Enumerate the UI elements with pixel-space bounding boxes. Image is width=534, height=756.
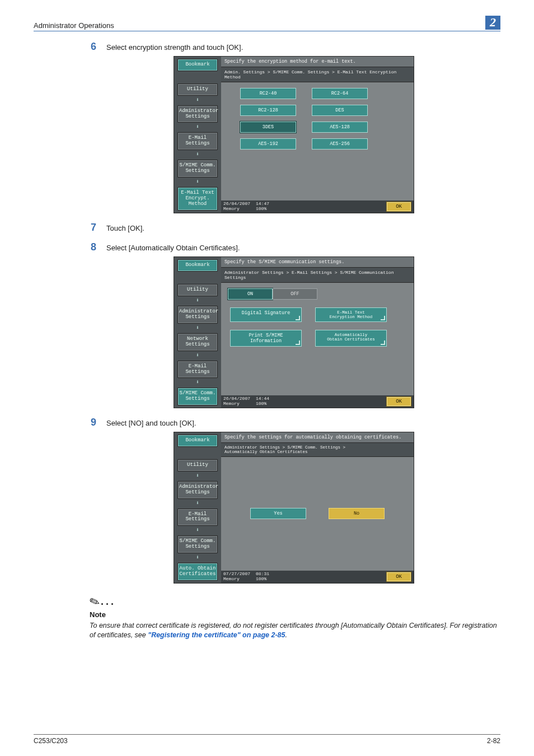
- step-number: 8: [87, 242, 96, 253]
- screenshot-auto-obtain: Bookmark Utility ⬇ Administrator Setting…: [174, 432, 414, 584]
- des-button[interactable]: DES: [312, 105, 368, 116]
- prompt-text: Specify the encryption method for e-mail…: [221, 57, 414, 67]
- step-text: Select encryption strength and touch [OK…: [106, 41, 243, 52]
- side-nav: Bookmark Utility ⬇ Administrator Setting…: [174, 57, 221, 213]
- screenshot-encryption-method: Bookmark Utility ⬇ Administrator Setting…: [174, 56, 414, 213]
- utility-button[interactable]: Utility: [177, 83, 218, 96]
- 3des-button[interactable]: 3DES: [240, 122, 296, 133]
- down-arrow-icon: ⬇: [177, 298, 218, 304]
- admin-settings-button[interactable]: Administrator Settings: [177, 481, 218, 499]
- down-arrow-icon: ⬇: [177, 125, 218, 130]
- yes-button[interactable]: Yes: [250, 508, 306, 519]
- footer-page: 2-82: [487, 737, 500, 745]
- email-settings-button[interactable]: E-Mail Settings: [177, 508, 218, 526]
- rc2-64-button[interactable]: RC2-64: [312, 88, 368, 99]
- current-screen-button[interactable]: E-Mail Text Encrypt. Method: [177, 187, 218, 211]
- bookmark-button[interactable]: Bookmark: [177, 259, 218, 272]
- status-memory-label: Memory: [223, 577, 250, 582]
- breadcrumb: Admin. Settings > S/MIME Comm. Settings …: [221, 67, 414, 82]
- status-memory-value: 100%: [256, 402, 269, 407]
- status-memory-label: Memory: [223, 402, 250, 407]
- network-settings-button[interactable]: Network Settings: [177, 333, 218, 351]
- utility-button[interactable]: Utility: [177, 284, 218, 296]
- step-text: Touch [OK].: [106, 222, 144, 232]
- bookmark-button[interactable]: Bookmark: [177, 59, 218, 71]
- on-toggle[interactable]: ON: [228, 288, 273, 300]
- prompt-text: Specify the S/MIME communication setting…: [221, 257, 414, 267]
- status-memory-value: 100%: [256, 207, 269, 212]
- ok-button[interactable]: OK: [386, 202, 411, 212]
- step-number: 6: [87, 41, 96, 53]
- smime-settings-button[interactable]: S/MIME Comm. Settings: [177, 160, 218, 178]
- aes-128-button[interactable]: AES-128: [312, 122, 368, 133]
- breadcrumb: Administrator Settings > S/MIME Comm. Se…: [221, 442, 414, 457]
- note-link[interactable]: "Registering the certificate" on page 2-…: [148, 631, 285, 639]
- header-title: Administrator Operations: [34, 21, 114, 30]
- status-memory-value: 100%: [256, 577, 269, 582]
- down-arrow-icon: ⬇: [177, 501, 218, 506]
- bookmark-button[interactable]: Bookmark: [177, 435, 218, 447]
- step-text: Select [NO] and touch [OK].: [106, 417, 196, 427]
- status-memory-label: Memory: [223, 207, 250, 212]
- footer-model: C253/C203: [34, 737, 68, 745]
- step-number: 9: [87, 417, 96, 428]
- print-smime-button[interactable]: Print S/MIME Information: [230, 330, 302, 347]
- ok-button[interactable]: OK: [386, 396, 411, 407]
- off-toggle[interactable]: OFF: [273, 288, 317, 300]
- breadcrumb: Administrator Settings > E-Mail Settings…: [221, 267, 414, 283]
- current-screen-button[interactable]: Auto. Obtain Certificates: [177, 563, 218, 581]
- note-dots: ...: [101, 596, 116, 607]
- step-6: 6 Select encryption strength and touch […: [87, 41, 500, 53]
- step-number: 7: [87, 222, 96, 234]
- side-nav: Bookmark Utility ⬇ Administrator Setting…: [174, 432, 221, 583]
- prompt-text: Specify the settings for automatically o…: [221, 432, 414, 442]
- email-settings-button[interactable]: E-Mail Settings: [177, 361, 218, 379]
- admin-settings-button[interactable]: Administrator Settings: [177, 105, 218, 123]
- encryption-method-button[interactable]: E-Mail Text Encryption Method: [315, 307, 387, 322]
- step-text: Select [Automatically Obtain Certificate…: [106, 242, 240, 252]
- page-footer: C253/C203 2-82: [34, 734, 500, 745]
- email-settings-button[interactable]: E-Mail Settings: [177, 132, 218, 150]
- down-arrow-icon: ⬇: [177, 180, 218, 185]
- ok-button[interactable]: OK: [386, 572, 411, 582]
- down-arrow-icon: ⬇: [177, 152, 218, 157]
- down-arrow-icon: ⬇: [177, 380, 218, 385]
- step-8: 8 Select [Automatically Obtain Certifica…: [87, 242, 500, 253]
- note-body-b: .: [285, 631, 287, 639]
- aes-256-button[interactable]: AES-256: [312, 138, 368, 150]
- status-bar: 07/27/2007 Memory 08:31 100% OK: [221, 571, 414, 583]
- side-nav: Bookmark Utility ⬇ Administrator Setting…: [174, 257, 221, 408]
- down-arrow-icon: ⬇: [177, 474, 218, 479]
- current-screen-button[interactable]: S/MIME Comm. Settings: [177, 388, 218, 405]
- step-9: 9 Select [NO] and touch [OK].: [87, 417, 500, 428]
- down-arrow-icon: ⬇: [177, 556, 218, 561]
- page-header: Administrator Operations 2: [34, 16, 500, 31]
- aes-192-button[interactable]: AES-192: [240, 138, 296, 150]
- no-button[interactable]: No: [329, 508, 385, 519]
- digital-signature-button[interactable]: Digital Signature: [230, 307, 302, 322]
- status-bar: 26/04/2007 Memory 14:44 100% OK: [221, 395, 414, 408]
- utility-button[interactable]: Utility: [177, 459, 218, 472]
- step-7: 7 Touch [OK].: [87, 222, 500, 234]
- rc2-128-button[interactable]: RC2-128: [240, 105, 296, 116]
- down-arrow-icon: ⬇: [177, 98, 218, 103]
- smime-settings-button[interactable]: S/MIME Comm. Settings: [177, 535, 218, 553]
- auto-obtain-cert-button[interactable]: Automatically Obtain Certificates: [315, 330, 387, 347]
- rc2-40-button[interactable]: RC2-40: [240, 88, 296, 99]
- screenshot-smime-settings: Bookmark Utility ⬇ Administrator Setting…: [174, 256, 414, 408]
- down-arrow-icon: ⬇: [177, 353, 218, 358]
- note-text: To ensure that correct certificate is re…: [90, 621, 500, 641]
- down-arrow-icon: ⬇: [177, 326, 218, 331]
- admin-settings-button[interactable]: Administrator Settings: [177, 306, 218, 324]
- note-icon: ✎: [87, 594, 102, 611]
- note-block: ✎... Note To ensure that correct certifi…: [90, 595, 500, 641]
- status-bar: 26/04/2007 Memory 14:47 100% OK: [221, 200, 414, 213]
- chapter-badge: 2: [485, 16, 500, 30]
- down-arrow-icon: ⬇: [177, 528, 218, 533]
- note-label: Note: [90, 610, 500, 619]
